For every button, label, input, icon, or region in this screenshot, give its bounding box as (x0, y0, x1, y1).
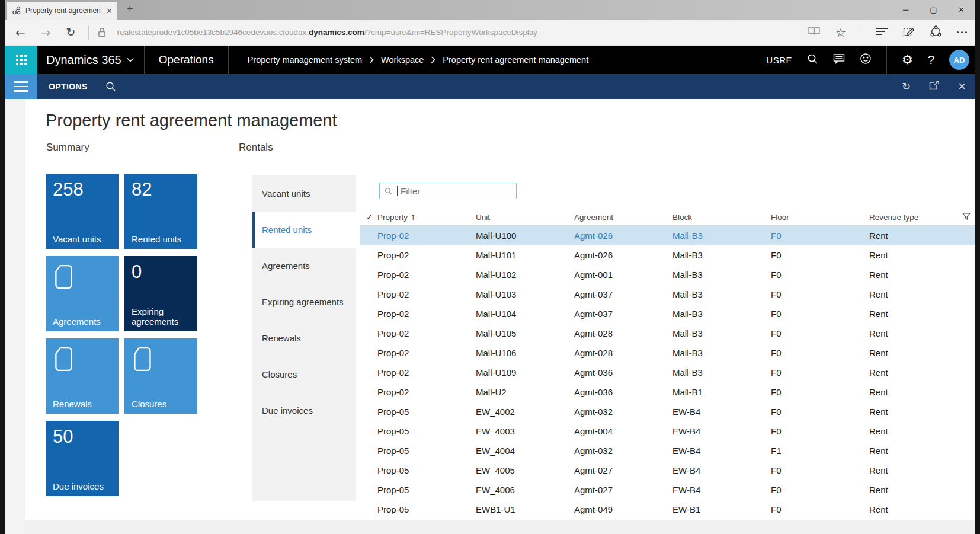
table-row-ew-4003[interactable]: Prop-05EW_4003Agmt-004EW-B4F0Rent (360, 421, 975, 441)
column-header-property[interactable]: Property↑ (377, 213, 476, 222)
toolbar-divider (88, 25, 89, 40)
column-header-floor[interactable]: Floor (771, 213, 869, 222)
address-bar[interactable]: realestateprodev1c05be13c5b2946cedevaos.… (117, 28, 537, 37)
reading-view-icon[interactable] (808, 26, 821, 39)
table-row-ew-4006[interactable]: Prop-05EW_4006Agmt-027EW-B4F0Rent (360, 480, 975, 500)
refresh-button[interactable]: ↻ (66, 27, 76, 38)
screen: Property rent agreemen ✕ + ─ ▢ ✕ ← → ↻ r (0, 0, 980, 534)
table-row-ew-4005[interactable]: Prop-05EW_4005Agmt-027EW-B4F0Rent (360, 461, 975, 480)
open-new-window-icon[interactable] (929, 81, 940, 92)
rentals-tab-closures[interactable]: Closures (252, 356, 356, 392)
tab-close-icon[interactable]: ✕ (106, 7, 113, 15)
cell-property: Prop-02 (377, 348, 476, 358)
rented-units-grid: ✓ Property↑UnitAgreementBlockFloorRevenu… (360, 209, 975, 519)
cell-unit: EW_4002 (476, 407, 574, 417)
cell-property: Prop-05 (377, 485, 476, 495)
search-icon[interactable] (807, 53, 818, 67)
cell-block: Mall-B3 (672, 309, 771, 319)
table-row-mall-u103[interactable]: Prop-02Mall-U103Agmt-037Mall-B3F0Rent (360, 284, 975, 304)
nav-pane-toggle-button[interactable] (5, 74, 37, 99)
rentals-tab-vacant-units[interactable]: Vacant units (252, 175, 356, 212)
browser-toolbar: ← → ↻ realestateprodev1c05be13c5b2946ced… (5, 20, 975, 46)
cell-block: EW-B4 (672, 407, 771, 417)
rentals-tab-due-invoices[interactable]: Due invoices (252, 392, 356, 429)
forward-button[interactable]: → (41, 27, 51, 39)
product-name[interactable]: Dynamics 365 (46, 53, 121, 67)
rentals-tab-renewals[interactable]: Renewals (252, 320, 356, 356)
options-menu[interactable]: OPTIONS (49, 82, 88, 91)
help-icon[interactable]: ? (928, 54, 934, 66)
tile-count: 82 (132, 179, 190, 200)
rentals-tab-expiring-agreements[interactable]: Expiring agreements (252, 284, 356, 320)
maximize-button[interactable]: ▢ (920, 0, 947, 20)
table-row-ew-4004[interactable]: Prop-05EW_4004Agmt-032EW-B4F1Rent (360, 441, 975, 461)
hub-icon[interactable] (876, 27, 888, 38)
url-suffix: /?cmp=usre&mi=RESPropertyWorkspaceDispla… (364, 28, 537, 37)
cell-agreement: Agmt-049 (574, 504, 672, 514)
chevron-down-icon[interactable] (127, 57, 134, 62)
rentals-tab-agreements[interactable]: Agreements (252, 248, 356, 284)
table-row-mall-u106[interactable]: Prop-02Mall-U106Agmt-028Mall-B3F0Rent (360, 343, 975, 363)
cell-floor: F0 (771, 231, 869, 241)
cell-agreement: Agmt-027 (574, 465, 672, 475)
table-row-ewb1-u1[interactable]: Prop-05EWB1-U1Agmt-049EW-B1F0Rent (360, 500, 975, 519)
app-launcher-button[interactable] (5, 46, 37, 74)
minimize-button[interactable]: ─ (892, 0, 920, 20)
table-row-mall-u102[interactable]: Prop-02Mall-U102Agmt-001Mall-B3F0Rent (360, 265, 975, 284)
summary-tile-rented-units[interactable]: 82Rented units (124, 174, 197, 249)
table-row-mall-u101[interactable]: Prop-02Mall-U101Agmt-026Mall-B3F0Rent (360, 245, 975, 265)
action-search-icon[interactable] (105, 81, 116, 92)
close-button[interactable]: ✕ (947, 0, 975, 20)
close-page-icon[interactable]: × (958, 80, 966, 93)
column-header-agreement[interactable]: Agreement (574, 213, 672, 222)
breadcrumb-item-page[interactable]: Property rent agreement management (443, 55, 588, 65)
summary-tile-agreements[interactable]: Agreements (46, 256, 119, 331)
chevron-right-icon (431, 56, 435, 63)
column-header-unit[interactable]: Unit (476, 213, 574, 222)
column-header-block[interactable]: Block (672, 213, 771, 222)
cell-agreement: Agmt-032 (574, 407, 672, 417)
browser-tab[interactable]: Property rent agreemen ✕ (7, 2, 117, 20)
cell-floor: F0 (771, 367, 869, 378)
summary-tile-vacant-units[interactable]: 258Vacant units (46, 174, 119, 249)
favorites-star-icon[interactable]: ☆ (835, 27, 846, 39)
table-row-mall-u109[interactable]: Prop-02Mall-U109Agmt-036Mall-B3F0Rent (360, 363, 975, 382)
web-note-icon[interactable] (903, 25, 915, 40)
rentals-tab-rented-units[interactable]: Rented units (252, 212, 356, 248)
cell-property: Prop-02 (377, 289, 476, 299)
summary-tile-renewals[interactable]: Renewals (46, 338, 119, 414)
table-row-mall-u104[interactable]: Prop-02Mall-U104Agmt-037Mall-B3F0Rent (360, 304, 975, 324)
table-row-ew-4002[interactable]: Prop-05EW_4002Agmt-032EW-B4F0Rent (360, 402, 975, 421)
more-options-icon[interactable] (957, 31, 967, 33)
back-button[interactable]: ← (15, 27, 25, 39)
breadcrumb-item-module[interactable]: Property management system (248, 55, 362, 65)
cell-floor: F0 (771, 348, 869, 358)
column-header-revenue-type[interactable]: Revenue type (869, 213, 968, 222)
settings-gear-icon[interactable]: ⚙ (902, 54, 913, 66)
summary-tile-closures[interactable]: Closures (124, 338, 197, 414)
summary-tile-due-invoices[interactable]: 50Due invoices (46, 421, 119, 496)
refresh-page-icon[interactable]: ↻ (902, 81, 911, 92)
summary-tile-expiring-agreements[interactable]: 0Expiring agreements (124, 256, 197, 331)
breadcrumb-item-workspace[interactable]: Workspace (381, 55, 424, 65)
cell-agreement: Agmt-037 (574, 289, 672, 299)
select-all-checkmark-icon[interactable]: ✓ (366, 212, 377, 222)
grid-filter-funnel-icon[interactable] (962, 213, 971, 221)
new-tab-button[interactable]: + (127, 3, 133, 15)
sort-ascending-icon: ↑ (410, 213, 416, 222)
table-row-mall-u100[interactable]: Prop-02Mall-U100Agmt-026Mall-B3F0Rent (360, 226, 975, 245)
table-row-mall-u105[interactable]: Prop-02Mall-U105Agmt-028Mall-B3F0Rent (360, 324, 975, 343)
share-icon[interactable] (930, 25, 942, 40)
app-name[interactable]: Operations (145, 53, 228, 66)
message-icon[interactable] (833, 53, 845, 66)
tile-label: Vacant units (53, 234, 115, 244)
cell-agreement: Agmt-028 (574, 348, 672, 358)
feedback-smiley-icon[interactable] (860, 53, 872, 67)
url-prefix: realestateprodev1c05be13c5b2946cedevaos.… (117, 28, 309, 37)
cell-block: EW-B4 (672, 465, 771, 475)
avatar[interactable]: AD (949, 50, 969, 70)
filter-input[interactable]: Filter (379, 183, 517, 199)
cell-floor: F0 (771, 387, 869, 397)
table-row-mall-u2[interactable]: Prop-02Mall-U2Agmt-036Mall-B1F0Rent (360, 382, 975, 402)
company-picker[interactable]: USRE (766, 55, 792, 65)
